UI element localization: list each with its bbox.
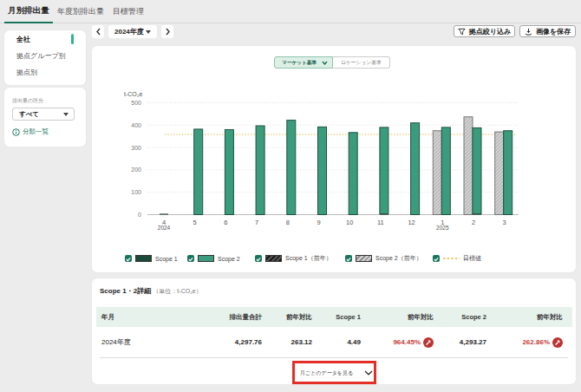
- svg-text:7: 7: [255, 219, 258, 226]
- svg-text:5: 5: [193, 219, 197, 226]
- svg-text:10: 10: [346, 219, 353, 226]
- svg-text:2025: 2025: [436, 225, 449, 231]
- svg-text:200: 200: [131, 167, 141, 173]
- svg-text:6: 6: [224, 219, 227, 226]
- svg-text:12: 12: [408, 219, 415, 226]
- svg-text:100: 100: [131, 189, 141, 195]
- svg-text:0: 0: [138, 212, 141, 218]
- svg-text:11: 11: [377, 219, 384, 226]
- svg-text:3: 3: [503, 219, 506, 226]
- svg-text:t-CO₂e: t-CO₂e: [124, 91, 142, 97]
- svg-text:2: 2: [472, 219, 475, 226]
- svg-text:2024: 2024: [158, 225, 171, 231]
- svg-text:9: 9: [317, 219, 320, 226]
- svg-text:400: 400: [131, 122, 141, 128]
- svg-text:8: 8: [286, 219, 290, 226]
- svg-text:500: 500: [131, 100, 141, 106]
- svg-text:300: 300: [131, 145, 141, 151]
